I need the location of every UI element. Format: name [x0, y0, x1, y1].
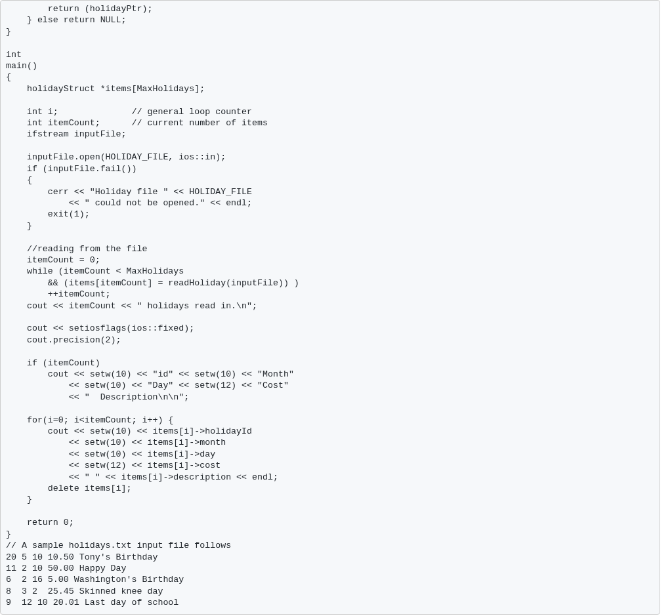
code-text: return (holidayPtr); } else return NULL;…	[6, 3, 654, 609]
code-block-container: return (holidayPtr); } else return NULL;…	[0, 0, 660, 615]
